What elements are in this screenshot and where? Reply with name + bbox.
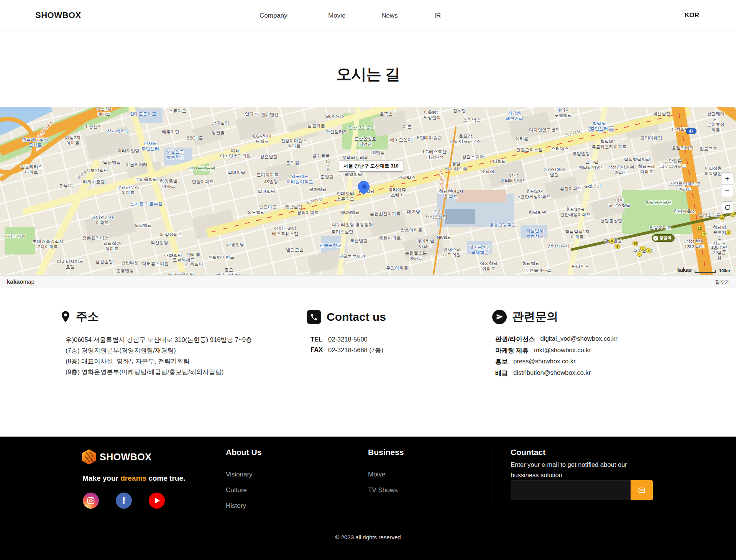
map-refresh-button[interactable] <box>721 201 733 213</box>
nav-item-company[interactable]: Company <box>260 12 288 20</box>
map-label: 래미안신사 아파트 <box>91 215 113 225</box>
road-eonjuro <box>337 107 361 275</box>
footer-link-visionary[interactable]: Visionary <box>226 471 261 478</box>
map-label: 사평리공원 <box>3 233 26 239</box>
instagram-icon[interactable] <box>83 493 99 509</box>
map-label: 한남대교남단 교차로 <box>22 137 49 148</box>
map-label: 서울밝은 세상안과 <box>423 110 441 120</box>
footer-divider <box>347 448 347 506</box>
map-label: 에이오엠지 <box>390 137 412 143</box>
road-vertical-east <box>567 107 608 275</box>
subway-exit-badge: 10 <box>632 241 638 246</box>
footer-link-history[interactable]: History <box>226 502 261 510</box>
map-label: 신사동 가로수길 <box>130 201 163 207</box>
nav-item-news[interactable]: News <box>381 12 398 20</box>
footer-divider <box>493 448 493 506</box>
map-marker-pin[interactable] <box>356 179 372 195</box>
map-label: 언주로 <box>325 159 331 171</box>
road-vertical-west <box>127 107 187 275</box>
showbox-wordmark-logo[interactable]: SHOWBOX <box>35 10 81 20</box>
map-label: 청담동성당 <box>600 218 623 223</box>
footer-logo[interactable]: SHOWBOX <box>82 449 151 465</box>
nav-item-ir[interactable]: IR <box>434 12 441 20</box>
map-label: 삼성청담빌라 <box>624 157 651 162</box>
youtube-icon[interactable] <box>149 493 165 509</box>
zoom-in-button[interactable]: + <box>721 173 733 185</box>
building-block <box>236 111 276 140</box>
school-field <box>521 225 547 238</box>
map-label: 도산대로 <box>564 128 581 138</box>
map-label: 안테룸 <box>187 252 200 257</box>
interchange-ramp <box>0 117 36 174</box>
map-label: 빌딩모쁠 <box>286 247 304 253</box>
map-label: 미성2차 아파트 <box>65 135 81 146</box>
map-label: 미래 이비인후과의원 <box>220 148 251 159</box>
map-label: 금수복국 <box>312 153 330 158</box>
map-label: 준빌딩 <box>320 174 334 179</box>
map-label: 드레스가든 <box>698 212 721 218</box>
kakaomap-logo[interactable]: kakaomap <box>7 278 34 285</box>
map-label: 스타쉽 엔터테인먼트 <box>579 159 605 170</box>
map-label: 청담삼성1차 아파트 <box>565 229 590 240</box>
facebook-icon[interactable]: f <box>116 493 132 509</box>
map-scale: kakao 100m <box>677 267 730 273</box>
footer-link-moive[interactable]: Moive <box>368 471 404 478</box>
map-label: LS빌딩 <box>370 150 384 155</box>
newsletter-submit-button[interactable] <box>631 480 653 500</box>
subway-exit-badge: 6 <box>637 251 642 257</box>
map-label: 어퍼 하우스청담 <box>608 197 631 208</box>
school-field <box>164 148 192 165</box>
school-field <box>321 236 347 253</box>
map-label: 신사중학교 <box>107 128 129 134</box>
map-label: 청담파출소 <box>674 209 696 214</box>
river-area <box>0 107 53 135</box>
footer-link-culture[interactable]: Culture <box>226 486 261 494</box>
map-label: 언북중학교 <box>319 243 342 248</box>
map-label: 흥창빌딩 <box>95 259 113 264</box>
map-label: 준영빌딩 <box>116 268 134 273</box>
map-label: 청담 헤아린의원 <box>445 161 467 172</box>
map-label: CGV씨네 드쉐프 <box>253 133 271 144</box>
map-label: 논현한진아파트 <box>370 211 401 217</box>
kakao-map[interactable]: 47 7청담역 서울 강남구 도산대로 310 + − kakao 100m 미… <box>0 107 736 275</box>
zoom-out-button[interactable]: − <box>721 185 733 197</box>
address-lines: 우)06054 서울특별시 강남구 도산대로 310(논현동) 916빌딩 7~… <box>66 334 252 377</box>
address-line: (9층) 영화운영본부(마케팅팀/배급팀/홍보팀/해외사업팀) <box>66 366 252 377</box>
map-label: 안다즈 <box>245 111 258 117</box>
newsletter-description: Enter your e-mail to get notified about … <box>511 460 643 480</box>
footer-heading: Business <box>368 448 404 457</box>
map-marker-label[interactable]: 서울 강남구 도산대로 310 <box>339 161 403 172</box>
building-block <box>288 120 320 142</box>
map-label: 동요 엔터테인먼트 <box>216 267 242 275</box>
subway-exit-badge: 8 <box>609 238 614 244</box>
inquiry-row: 마케팅 제휴mkt@showbox.co.kr <box>495 347 618 355</box>
showbox-directions-page: SHOWBOX CompanyMovieNewsIR KOR 오시는 길 <box>0 0 736 560</box>
nav-item-movie[interactable]: Movie <box>328 12 345 20</box>
footer-link-tv-shows[interactable]: TV Shows <box>368 486 404 494</box>
email-input[interactable] <box>511 480 631 500</box>
building-block <box>192 123 223 146</box>
language-selector[interactable]: KOR <box>685 11 699 19</box>
phone-icon <box>307 310 321 324</box>
riverside-green <box>0 107 141 163</box>
map-label: 까몸 <box>403 124 412 130</box>
map-label: 현대고등학교 <box>130 111 156 117</box>
map-label: 하얏트빌 아파트 <box>160 178 177 189</box>
map-label: 은성빌딩 <box>672 126 689 132</box>
building-block <box>402 233 445 261</box>
inquiry-row: 판권/라이선스digital_vod@showbox.co.kr <box>495 335 618 343</box>
building-block <box>307 248 345 274</box>
map-label: 대가방 <box>407 209 421 214</box>
map-label: 올림픽대로 <box>36 119 54 139</box>
inquiry-row-value: mkt@showbox.co.kr <box>534 347 591 355</box>
map-label: 청담역푸르지오 시티오피스텔 <box>711 225 728 251</box>
contact-row: TEL02-3218-5500 <box>310 336 383 343</box>
directions-link[interactable]: 길찾기 <box>715 279 730 286</box>
school-field <box>467 241 492 254</box>
map-zoom-controls: + − <box>721 172 733 197</box>
subway-exit-badge: 9 <box>614 244 620 249</box>
map-label: 100주년기념교회 <box>711 245 728 261</box>
map-label: 스타벅스 <box>463 117 481 123</box>
contact-row: FAX02-3218-5688 (7층) <box>310 346 383 355</box>
building-block <box>508 111 552 141</box>
